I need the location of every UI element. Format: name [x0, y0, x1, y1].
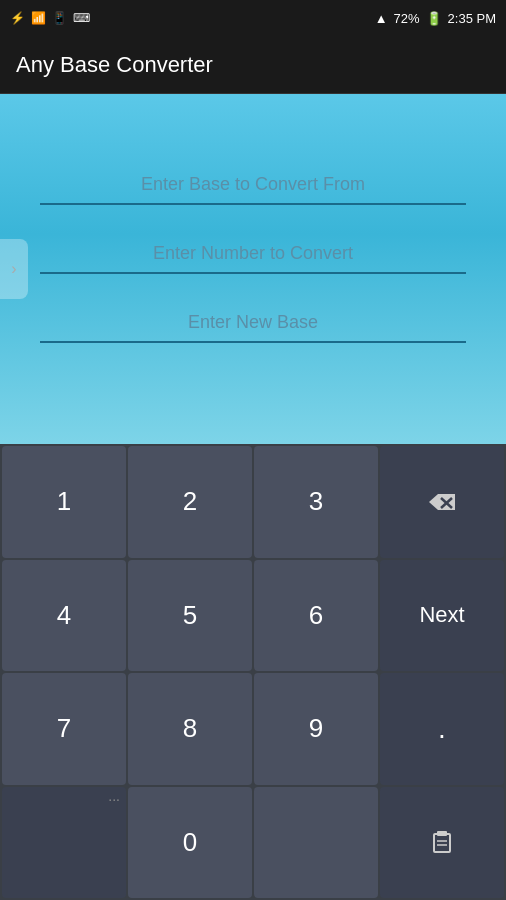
main-content: › — [0, 94, 506, 444]
keyboard-icon: ⌨ — [73, 11, 90, 25]
status-bar: ⚡ 📶 📱 ⌨ ▲ 72% 🔋 2:35 PM — [0, 0, 506, 36]
svg-rect-2 — [434, 834, 450, 852]
key-8[interactable]: 8 — [128, 673, 252, 785]
key-2[interactable]: 2 — [128, 446, 252, 558]
key-empty — [254, 787, 378, 899]
signal-icon: ▲ — [375, 11, 388, 26]
key-4[interactable]: 4 — [2, 560, 126, 672]
number-to-convert-group — [40, 235, 466, 274]
number-to-convert-input[interactable] — [40, 235, 466, 274]
svg-rect-3 — [437, 831, 447, 836]
drawer-handle[interactable]: › — [0, 239, 28, 299]
new-base-group — [40, 304, 466, 343]
new-base-input[interactable] — [40, 304, 466, 343]
key-backspace[interactable] — [380, 446, 504, 558]
battery-level: 72% — [394, 11, 420, 26]
key-7[interactable]: 7 — [2, 673, 126, 785]
key-9[interactable]: 9 — [254, 673, 378, 785]
app-title: Any Base Converter — [16, 52, 213, 78]
key-settings[interactable]: ··· — [2, 787, 126, 899]
status-icons-left: ⚡ 📶 📱 ⌨ — [10, 11, 90, 25]
title-bar: Any Base Converter — [0, 36, 506, 94]
key-6[interactable]: 6 — [254, 560, 378, 672]
key-3[interactable]: 3 — [254, 446, 378, 558]
key-dot[interactable]: . — [380, 673, 504, 785]
keyboard: 1 2 3 4 5 6 Next 7 8 9 . ··· 0 — [0, 444, 506, 900]
base-from-input[interactable] — [40, 166, 466, 205]
base-from-group — [40, 166, 466, 205]
battery-icon: 🔋 — [426, 11, 442, 26]
usb-icon: ⚡ — [10, 11, 25, 25]
key-5[interactable]: 5 — [128, 560, 252, 672]
key-1[interactable]: 1 — [2, 446, 126, 558]
sim-icon: 📱 — [52, 11, 67, 25]
wifi-icon: 📶 — [31, 11, 46, 25]
time-display: 2:35 PM — [448, 11, 496, 26]
key-clipboard[interactable] — [380, 787, 504, 899]
status-right: ▲ 72% 🔋 2:35 PM — [375, 11, 496, 26]
key-next[interactable]: Next — [380, 560, 504, 672]
key-0[interactable]: 0 — [128, 787, 252, 899]
